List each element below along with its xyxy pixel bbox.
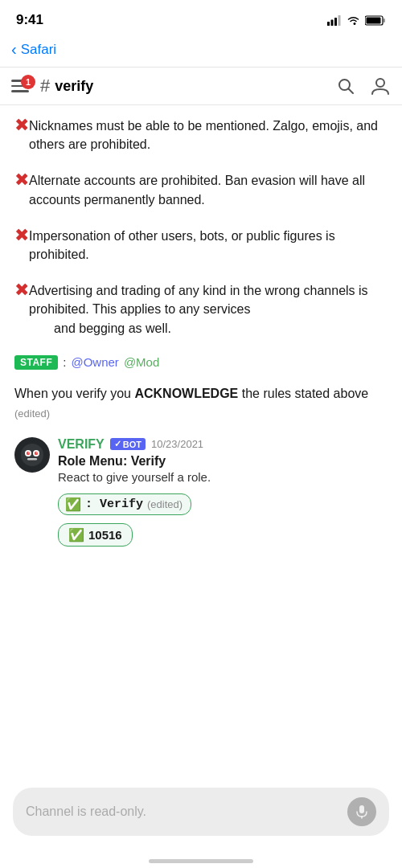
bot-badge-label: BOT	[123, 440, 142, 449]
bot-message: VERIFY ✓ BOT 10/23/2021 Role Menu: Verif…	[14, 437, 388, 555]
channel-name: verify	[55, 78, 336, 95]
battery-icon	[365, 15, 386, 26]
back-button[interactable]: ‹ Safari	[11, 40, 391, 59]
verify-reaction-label: : Verify	[85, 497, 143, 511]
svg-rect-3	[338, 15, 341, 26]
verify-prefix: When you verify you	[14, 387, 134, 400]
bot-name: VERIFY	[58, 437, 105, 452]
reaction-count-button[interactable]: ✅ 10516	[58, 523, 133, 547]
back-label: Safari	[21, 42, 56, 58]
svg-rect-5	[384, 18, 386, 23]
bot-check-icon: ✓	[114, 439, 121, 449]
mic-button	[347, 797, 376, 826]
rule-text-3: Impersonation of other users, bots, or p…	[29, 227, 388, 264]
svg-point-16	[28, 452, 30, 453]
verify-message: When you verify you ACKNOWLEDGE the rule…	[14, 384, 388, 423]
staff-colon: :	[63, 355, 66, 369]
home-indicator	[149, 859, 253, 863]
rule-x-icon-1: ✖	[14, 117, 29, 134]
svg-point-14	[27, 451, 30, 454]
status-icons	[327, 15, 386, 26]
svg-rect-1	[331, 19, 334, 26]
mention-owner[interactable]: @Owner	[71, 355, 118, 369]
channel-header: 1 # verify	[0, 68, 402, 105]
verify-reaction-emoji: ✅	[65, 497, 81, 512]
reaction-count-row: ✅ 10516	[58, 523, 388, 547]
rule-item-1: ✖ Nicknames must be able to be mentioned…	[14, 117, 388, 154]
menu-icon-wrap[interactable]: 1	[11, 80, 29, 92]
svg-point-15	[35, 451, 38, 454]
bot-body: React to give yourself a role.	[58, 470, 388, 484]
nav-back-bar: ‹ Safari	[0, 35, 402, 68]
mention-mod[interactable]: @Mod	[124, 355, 159, 369]
search-icon[interactable]	[336, 76, 355, 96]
rule-x-icon-4: ✖	[14, 281, 29, 299]
profile-icon[interactable]	[370, 76, 391, 96]
back-chevron-icon: ‹	[11, 40, 17, 59]
rule-x-icon-3: ✖	[14, 227, 29, 244]
svg-point-9	[376, 79, 384, 87]
rule-text-2: Alternate accounts are prohibited. Ban e…	[29, 171, 388, 208]
svg-line-8	[349, 89, 354, 94]
svg-rect-0	[327, 22, 330, 26]
rule-item-3: ✖ Impersonation of other users, bots, or…	[14, 227, 388, 264]
bot-header: VERIFY ✓ BOT 10/23/2021	[58, 437, 388, 452]
main-content: ✖ Nicknames must be able to be mentioned…	[0, 105, 402, 555]
verify-reaction-edited: (edited)	[147, 498, 183, 510]
svg-point-17	[36, 452, 38, 453]
svg-rect-18	[27, 458, 37, 461]
reaction-count-number: 10516	[88, 528, 122, 542]
bot-avatar	[14, 437, 50, 473]
svg-point-11	[21, 444, 43, 466]
svg-rect-6	[367, 17, 381, 23]
bot-date: 10/23/2021	[151, 438, 203, 450]
reaction-count-emoji: ✅	[68, 527, 84, 542]
notification-badge: 1	[21, 75, 35, 89]
svg-rect-19	[359, 805, 364, 813]
verify-suffix: the rules stated above	[238, 387, 368, 400]
readonly-input: Channel is read-only.	[13, 788, 389, 836]
verify-reaction-button[interactable]: ✅ : Verify (edited)	[58, 493, 191, 515]
mic-icon	[355, 805, 368, 819]
bot-badge: ✓ BOT	[110, 438, 146, 450]
channel-hash-icon: #	[40, 76, 50, 96]
signal-icon	[327, 15, 342, 26]
rule-text-4: Advertising and trading of any kind in t…	[29, 281, 388, 338]
wifi-icon	[347, 15, 360, 26]
bot-avatar-icon	[18, 440, 47, 469]
reaction-row: ✅ : Verify (edited)	[58, 493, 388, 515]
staff-badge: STAFF	[14, 355, 58, 370]
rule-text-1: Nicknames must be able to be mentioned. …	[29, 117, 388, 154]
readonly-placeholder: Channel is read-only.	[26, 805, 146, 819]
bot-content: VERIFY ✓ BOT 10/23/2021 Role Menu: Verif…	[58, 437, 388, 555]
bot-title: Role Menu: Verify	[58, 454, 388, 469]
readonly-bar: Channel is read-only.	[0, 780, 402, 844]
rule-item-2: ✖ Alternate accounts are prohibited. Ban…	[14, 171, 388, 208]
rule-x-icon-2: ✖	[14, 171, 29, 189]
svg-rect-2	[334, 18, 337, 26]
rule-item-4: ✖ Advertising and trading of any kind in…	[14, 281, 388, 338]
status-time: 9:41	[16, 12, 43, 28]
verify-edited: (edited)	[14, 407, 50, 420]
status-bar: 9:41	[0, 0, 402, 35]
staff-line: STAFF : @Owner @Mod	[14, 355, 388, 370]
nav-actions	[336, 76, 391, 96]
verify-bold: ACKNOWLEDGE	[134, 387, 238, 400]
